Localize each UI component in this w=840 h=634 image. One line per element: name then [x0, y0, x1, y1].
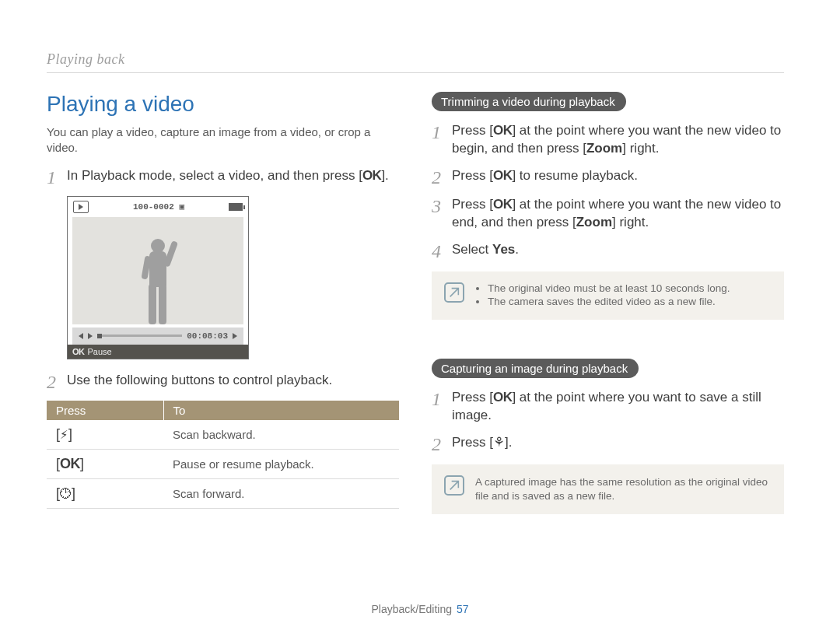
note-trim: The original video must be at least 10 s…: [432, 271, 784, 320]
t: .: [515, 242, 519, 257]
step-2: 2 Use the following buttons to control p…: [47, 372, 399, 391]
ok-icon: OK: [493, 123, 513, 138]
step-1: 1 In Playback mode, select a video, and …: [47, 167, 399, 187]
capture-steps: 1 Press [OK] at the point where you want…: [432, 389, 784, 454]
step-number: 1: [432, 122, 452, 142]
left-steps: 1 In Playback mode, select a video, and …: [47, 167, 399, 187]
forward-icon: [233, 333, 237, 339]
page-title: Playing a video: [47, 92, 399, 117]
step-body: Press [].: [452, 434, 784, 452]
note-text: A captured image has the same resolution…: [475, 475, 772, 503]
step-body: Use the following buttons to control pla…: [67, 372, 399, 390]
ok-icon: OK: [362, 168, 382, 183]
t: Press [: [452, 123, 493, 138]
rewind-icon: [79, 333, 83, 339]
note-item: The camera saves the edited video as a n…: [488, 296, 730, 307]
breadcrumb: Playing back: [47, 51, 784, 72]
key-cell: [OK]: [47, 449, 163, 478]
left-steps-2: 2 Use the following buttons to control p…: [47, 372, 399, 391]
page-footer: Playback/Editing57: [0, 603, 840, 615]
header-rule: [47, 72, 784, 73]
ok-icon: OK: [72, 347, 85, 356]
preview-controls: 00:08:03: [72, 328, 243, 345]
preview-footer-label: Pause: [88, 347, 112, 356]
step-body: Press [OK] to resume playback.: [452, 167, 784, 185]
t: Press [: [452, 390, 493, 405]
capture-step-1: 1 Press [OK] at the point where you want…: [432, 389, 784, 425]
ok-icon: OK: [493, 390, 513, 405]
desc-cell: Scan forward.: [163, 478, 399, 508]
t: ] right.: [622, 141, 659, 156]
ok-icon: OK: [60, 456, 80, 471]
table-row: [OK] Pause or resume playback.: [47, 449, 399, 478]
zoom-label: Zoom: [576, 215, 612, 229]
step-text-end: ].: [381, 168, 388, 183]
step-text: In Playback mode, select a video, and th…: [67, 168, 362, 183]
table-header-press: Press: [47, 401, 163, 420]
note-icon: [444, 282, 464, 303]
footer-section: Playback/Editing: [371, 603, 452, 615]
t: ].: [505, 435, 512, 450]
trim-step-2: 2 Press [OK] to resume playback.: [432, 167, 784, 187]
trim-step-1: 1 Press [OK] at the point where you want…: [432, 122, 784, 158]
progress-bar: [97, 335, 182, 337]
note-capture: A captured image has the same resolution…: [432, 464, 784, 514]
t: ] right.: [612, 215, 649, 229]
step-body: Press [OK] at the point where you want t…: [452, 196, 784, 232]
flash-icon: [60, 427, 68, 442]
preview-time: 00:08:03: [187, 331, 228, 341]
desc-cell: Scan backward.: [163, 420, 399, 450]
t: ] to resume playback.: [512, 168, 638, 183]
preview-video-area: [72, 217, 243, 324]
trim-steps: 1 Press [OK] at the point where you want…: [432, 122, 784, 261]
note-item: The original video must be at least 10 s…: [488, 282, 730, 294]
preview-topbar: 100-0002 ▣: [68, 197, 248, 217]
ok-icon: OK: [493, 168, 513, 183]
step-number: 2: [432, 167, 452, 187]
controls-table: Press To [] Scan backward. [OK] Pause or…: [47, 401, 399, 509]
macro-icon: [493, 435, 505, 450]
note-icon: [444, 475, 464, 496]
subheading-capture: Capturing an image during playback: [432, 359, 639, 378]
timer-icon: [60, 486, 72, 501]
step-number: 4: [432, 241, 452, 261]
preview-footer: OK Pause: [68, 345, 248, 359]
t: Press [: [452, 435, 493, 450]
desc-cell: Pause or resume playback.: [163, 449, 399, 478]
t: Press [: [452, 168, 493, 183]
zoom-label: Zoom: [586, 141, 622, 156]
video-preview: 100-0002 ▣ 00:08:03 OK Pau: [67, 196, 399, 359]
play-mode-icon: [73, 201, 89, 213]
step-body: In Playback mode, select a video, and th…: [67, 167, 399, 185]
preview-frame: 100-0002 ▣ 00:08:03 OK Pau: [67, 196, 249, 359]
table-row: [] Scan backward.: [47, 420, 399, 450]
step-body: Select Yes.: [452, 241, 784, 259]
left-column: Playing a video You can play a video, ca…: [47, 92, 399, 514]
t: Select: [452, 242, 492, 257]
step-number: 3: [432, 196, 452, 215]
trim-step-3: 3 Press [OK] at the point where you want…: [432, 196, 784, 232]
table-header-to: To: [163, 401, 399, 420]
key-cell: []: [47, 478, 163, 508]
subheading-trimming: Trimming a video during playback: [432, 92, 626, 111]
intro-text: You can play a video, capture an image f…: [47, 124, 399, 156]
page-number: 57: [457, 603, 469, 615]
trim-step-4: 4 Select Yes.: [432, 241, 784, 261]
yes-label: Yes: [492, 242, 515, 257]
preview-filename: 100-0002 ▣: [133, 201, 184, 212]
step-number: 1: [432, 389, 452, 408]
step-number: 2: [47, 372, 67, 391]
right-column: Trimming a video during playback 1 Press…: [432, 92, 784, 514]
battery-icon: [229, 203, 243, 211]
key-cell: []: [47, 420, 163, 450]
t: Press [: [452, 197, 493, 212]
step-body: Press [OK] at the point where you want t…: [452, 389, 784, 425]
table-row: [] Scan forward.: [47, 478, 399, 508]
step-number: 2: [432, 434, 452, 454]
step-number: 1: [47, 167, 67, 187]
play-icon: [88, 333, 93, 339]
capture-step-2: 2 Press [].: [432, 434, 784, 454]
ok-icon: OK: [493, 197, 513, 212]
step-body: Press [OK] at the point where you want t…: [452, 122, 784, 158]
silhouette-figure: [142, 239, 174, 324]
